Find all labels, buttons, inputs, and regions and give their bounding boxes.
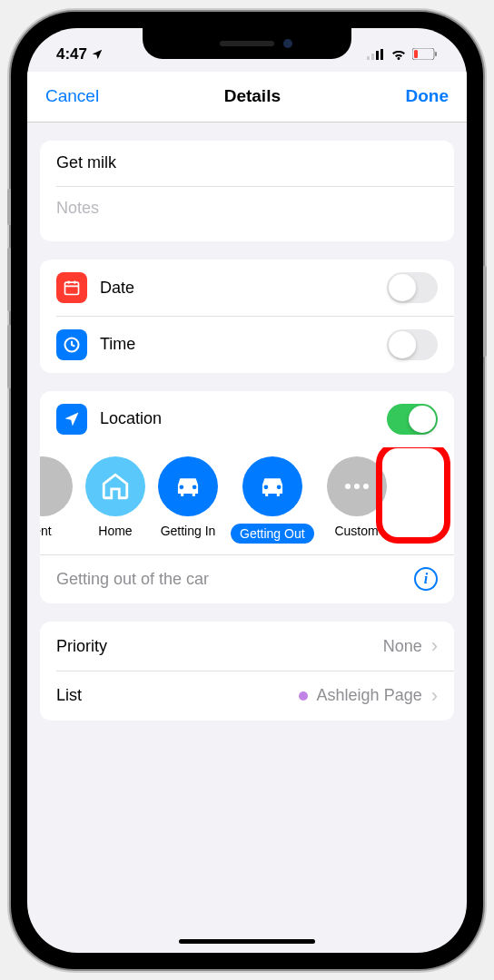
location-label-custom: Custom — [334, 524, 378, 538]
location-row: Location — [40, 391, 454, 447]
location-label-getting-in: Getting In — [161, 524, 216, 538]
list-name: Ashleigh Page — [317, 686, 422, 705]
svg-rect-2 — [376, 51, 379, 60]
date-toggle[interactable] — [387, 272, 438, 303]
front-camera — [283, 39, 292, 48]
status-left: 4:47 — [56, 45, 104, 64]
location-option-getting-out[interactable]: Getting Out — [231, 456, 314, 544]
reminder-title-input[interactable] — [56, 153, 438, 172]
title-notes-card: Notes — [40, 141, 454, 242]
time-row: Time — [40, 317, 454, 373]
status-time: 4:47 — [56, 45, 87, 64]
notes-placeholder: Notes — [56, 199, 99, 218]
cellular-signal-icon — [367, 49, 385, 60]
priority-row[interactable]: Priority None › — [40, 622, 454, 671]
screen: 4:47 Cancel Details Done — [27, 28, 467, 953]
svg-point-12 — [345, 484, 351, 489]
location-option-custom[interactable]: Custom — [327, 456, 387, 544]
chevron-right-icon: › — [431, 684, 438, 708]
volume-up-button — [7, 248, 11, 311]
location-toggle[interactable] — [387, 404, 438, 435]
location-label-getting-out: Getting Out — [231, 524, 314, 544]
clock-icon — [56, 329, 87, 360]
svg-rect-1 — [371, 54, 374, 60]
date-time-card: Date Time — [40, 260, 454, 373]
cancel-button[interactable]: Cancel — [45, 86, 99, 106]
battery-icon — [412, 48, 438, 60]
done-button[interactable]: Done — [406, 86, 450, 106]
svg-rect-6 — [414, 50, 418, 58]
highlight-annotation — [376, 447, 450, 544]
car-in-icon — [158, 456, 218, 516]
wifi-icon — [390, 48, 407, 60]
current-location-icon — [40, 456, 73, 516]
page-title: Details — [224, 86, 281, 106]
home-icon — [85, 456, 145, 516]
phone-frame: 4:47 Cancel Details Done — [11, 12, 483, 969]
notch — [143, 28, 351, 59]
speaker — [220, 41, 274, 46]
priority-label: Priority — [56, 637, 383, 656]
location-option-current[interactable]: ent — [40, 456, 73, 544]
time-toggle[interactable] — [387, 329, 438, 360]
svg-point-14 — [363, 484, 369, 489]
list-color-dot — [299, 691, 308, 701]
notes-row[interactable]: Notes — [40, 186, 454, 241]
car-out-icon — [242, 456, 302, 516]
content-area: Notes Date Time — [27, 122, 467, 757]
svg-rect-5 — [435, 52, 437, 56]
location-options-scroller[interactable]: ent Home Getting In — [40, 447, 454, 554]
ellipsis-icon — [327, 456, 387, 516]
list-value: Ashleigh Page — [299, 686, 422, 705]
location-label: Location — [100, 409, 387, 428]
location-services-icon — [91, 48, 104, 61]
location-option-home[interactable]: Home — [85, 456, 145, 544]
date-row: Date — [40, 260, 454, 316]
list-label: List — [56, 686, 299, 705]
location-label-current: ent — [40, 524, 52, 538]
title-row[interactable] — [40, 141, 454, 186]
location-detail-row[interactable]: Getting out of the car i — [40, 554, 454, 603]
priority-list-card: Priority None › List Ashleigh Page › — [40, 622, 454, 720]
info-icon[interactable]: i — [414, 567, 438, 591]
list-row[interactable]: List Ashleigh Page › — [40, 671, 454, 720]
location-card: Location ent Home — [40, 391, 454, 604]
priority-value: None — [383, 637, 422, 656]
location-option-getting-in[interactable]: Getting In — [158, 456, 218, 544]
volume-down-button — [7, 325, 11, 388]
location-arrow-icon — [56, 404, 87, 435]
svg-rect-0 — [367, 56, 370, 60]
power-button — [483, 266, 487, 357]
location-detail-text: Getting out of the car — [56, 570, 209, 589]
calendar-icon — [56, 272, 87, 303]
mute-switch — [7, 189, 11, 225]
time-label: Time — [100, 335, 387, 354]
chevron-right-icon: › — [431, 634, 438, 658]
navigation-bar: Cancel Details Done — [27, 72, 467, 122]
svg-point-13 — [354, 484, 360, 489]
svg-rect-3 — [380, 49, 383, 60]
svg-rect-7 — [65, 282, 79, 294]
status-right — [367, 48, 438, 60]
home-indicator[interactable] — [179, 939, 315, 944]
location-label-home: Home — [98, 524, 132, 538]
date-label: Date — [100, 279, 387, 298]
